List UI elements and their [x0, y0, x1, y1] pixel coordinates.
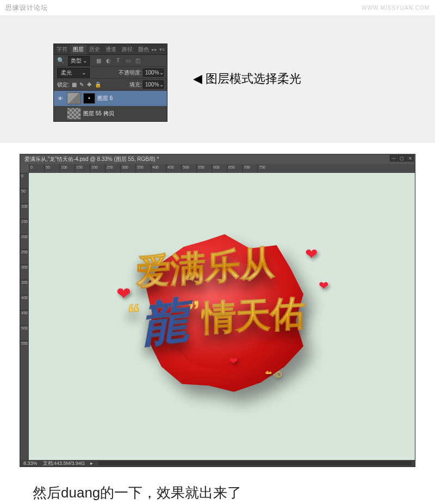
filter-icons: ▦ ◐ T ▭ ◫ [95, 58, 141, 64]
panel-tabs: 字符 图层 历史 通道 路径 颜色 ▸▸ ▾≡ [54, 44, 167, 55]
lock-pos-icon[interactable]: ✥ [87, 82, 93, 88]
layer-row-active[interactable]: 👁 ✦ 图层 6 [54, 91, 167, 106]
fill-block: 填充: 100%⌄ [129, 80, 164, 89]
document-tab[interactable]: 爱满乐从,"龙"情天佑-4.psd @ 8.33% (图层 55, RGB/8)… [20, 154, 415, 164]
filter-smart-icon[interactable]: ◫ [134, 58, 141, 64]
layers-panel: 字符 图层 历史 通道 路径 颜色 ▸▸ ▾≡ 🔍 类型⌄ ▦ ◐ T ▭ ◫ … [53, 43, 167, 122]
layer-thumbnail[interactable] [67, 108, 81, 120]
fill-input[interactable]: 100%⌄ [143, 80, 164, 89]
title-line2: “ 龍 ” 情天佑 [127, 289, 306, 363]
window-controls: ─ ▢ ✕ [390, 155, 414, 161]
ruler-vertical: 050100150200250300350400450500550 [20, 173, 29, 460]
layer-name-label: 图层 6 [97, 95, 113, 102]
status-bar: 8.33% 文档:443.5M/3.94G ▸ [20, 460, 415, 466]
fill-label: 填充: [129, 81, 142, 89]
page-header: 思缘设计论坛 WWW.MISSYUAN.COM [0, 0, 435, 15]
tab-color[interactable]: 颜色 [135, 45, 152, 54]
layer-mask-icon[interactable]: ✦ [83, 93, 95, 104]
visibility-eye-icon[interactable]: 👁 [56, 96, 65, 102]
collapse-icon[interactable]: ▸▸ [152, 47, 157, 52]
long-character: 龍 [139, 288, 188, 357]
maximize-icon[interactable]: ▢ [398, 155, 406, 161]
tab-char[interactable]: 字符 [54, 45, 70, 54]
lock-row: 锁定: ▦ ✎ ✥ 🔒 填充: 100%⌄ [54, 79, 167, 91]
layers-panel-section: 字符 图层 历史 通道 路径 颜色 ▸▸ ▾≡ 🔍 类型⌄ ▦ ◐ T ▭ ◫ … [0, 15, 435, 143]
ps-body: 050100150200250300350400450500550 ❤ ❤ ❤ … [20, 173, 415, 460]
title-line1: 爱满乐从 [136, 239, 275, 296]
canvas[interactable]: ❤ ❤ ❤ ❤ 爱满乐从 “ 龍 ” 情天佑 ☁꩜ [29, 173, 415, 460]
zoom-level[interactable]: 8.33% [23, 461, 38, 466]
photoshop-window: 爱满乐从,"龙"情天佑-4.psd @ 8.33% (图层 55, RGB/8)… [20, 154, 415, 467]
tab-paths[interactable]: 路径 [119, 45, 135, 54]
quote-open: “ [127, 298, 140, 363]
lock-all-icon[interactable]: 🔒 [95, 82, 101, 88]
layer-thumbnail[interactable] [67, 92, 81, 104]
opacity-label: 不透明度: [119, 69, 142, 77]
lock-label: 锁定: [57, 81, 70, 89]
heart-icon: ❤ [305, 245, 318, 263]
blend-mode-select[interactable]: 柔光⌄ [57, 68, 90, 78]
site-url: WWW.MISSYUAN.COM [362, 5, 430, 11]
opacity-block: 不透明度: 100%⌄ [119, 69, 164, 77]
photoshop-window-section: 爱满乐从,"龙"情天佑-4.psd @ 8.33% (图层 55, RGB/8)… [0, 143, 435, 472]
artwork: ❤ ❤ ❤ ❤ 爱满乐从 “ 龍 ” 情天佑 ☁꩜ [108, 215, 336, 410]
document-title: 爱满乐从,"龙"情天佑-4.psd @ 8.33% (图层 55, RGB/8)… [24, 155, 159, 163]
tab-channels[interactable]: 通道 [103, 45, 119, 54]
cloud-ornament-icon: ☁꩜ [265, 367, 285, 382]
opacity-input[interactable]: 100%⌄ [143, 69, 164, 77]
filter-shape-icon[interactable]: ▭ [125, 58, 131, 64]
scrollbar-horizontal[interactable] [98, 461, 412, 465]
caption: 然后duang的一下，效果就出来了 [0, 472, 435, 504]
filter-row: 🔍 类型⌄ ▦ ◐ T ▭ ◫ [54, 55, 167, 67]
tab-history[interactable]: 历史 [86, 45, 103, 54]
layer-name-label: 图层 55 拷贝 [83, 110, 114, 117]
blend-row: 柔光⌄ 不透明度: 100%⌄ [54, 67, 167, 79]
layer-row[interactable]: 图层 55 拷贝 [54, 106, 167, 121]
lock-icons: ▦ ✎ ✥ 🔒 [72, 82, 101, 88]
filter-type-icon[interactable]: T [115, 58, 121, 64]
lock-paint-icon[interactable]: ✎ [79, 82, 85, 88]
ruler-corner [20, 164, 29, 173]
pointer-left-icon: ◀ [193, 72, 202, 86]
info-menu-icon[interactable]: ▸ [90, 461, 93, 466]
forum-name: 思缘设计论坛 [5, 3, 48, 13]
minimize-icon[interactable]: ─ [390, 155, 397, 161]
tab-layers[interactable]: 图层 [70, 45, 86, 54]
heart-icon: ❤ [319, 279, 328, 293]
search-icon[interactable]: 🔍 [57, 57, 65, 64]
ruler-horizontal: 0 50100150200250300350400450500550600650… [20, 164, 415, 173]
quote-close: ” [187, 295, 200, 360]
close-icon[interactable]: ✕ [406, 155, 414, 161]
doc-info: 文档:443.5M/3.94G [43, 460, 85, 467]
filter-adjust-icon[interactable]: ◐ [105, 58, 111, 64]
annotation-text: ◀ 图层模式选择柔光 [193, 71, 301, 87]
filter-pixel-icon[interactable]: ▦ [95, 58, 102, 64]
lock-trans-icon[interactable]: ▦ [72, 82, 78, 88]
menu-icon[interactable]: ▾≡ [159, 47, 165, 52]
type-select[interactable]: 类型⌄ [68, 56, 90, 66]
panel-controls: ▸▸ ▾≡ [152, 47, 167, 52]
